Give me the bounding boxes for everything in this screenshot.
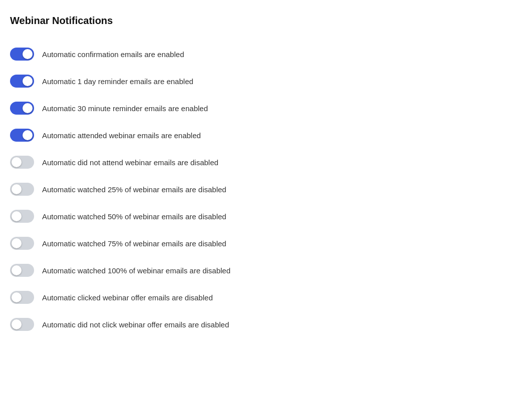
- toggle-confirmation[interactable]: [10, 48, 34, 61]
- notification-label-watched-100: Automatic watched 100% of webinar emails…: [42, 266, 230, 275]
- toggle-thumb-clicked-offer: [12, 292, 22, 302]
- notification-label-watched-50: Automatic watched 50% of webinar emails …: [42, 212, 226, 221]
- toggle-watched-50[interactable]: [10, 210, 34, 223]
- notification-item-did-not-click-offer: Automatic did not click webinar offer em…: [10, 311, 503, 338]
- notification-label-confirmation: Automatic confirmation emails are enable…: [42, 50, 184, 59]
- toggle-watched-75[interactable]: [10, 237, 34, 250]
- notification-item-watched-25: Automatic watched 25% of webinar emails …: [10, 176, 503, 203]
- toggle-attended[interactable]: [10, 129, 34, 142]
- toggle-thumb-attended: [23, 130, 33, 140]
- notification-label-clicked-offer: Automatic clicked webinar offer emails a…: [42, 293, 213, 302]
- notification-label-did-not-click-offer: Automatic did not click webinar offer em…: [42, 320, 229, 329]
- toggle-thumb-confirmation: [23, 49, 33, 59]
- toggle-1day-reminder[interactable]: [10, 75, 34, 88]
- toggle-clicked-offer[interactable]: [10, 291, 34, 304]
- toggle-thumb-watched-50: [12, 211, 22, 221]
- notification-item-clicked-offer: Automatic clicked webinar offer emails a…: [10, 284, 503, 311]
- toggle-thumb-watched-100: [12, 265, 22, 275]
- toggle-thumb-did-not-click-offer: [12, 319, 22, 329]
- notification-item-attended: Automatic attended webinar emails are en…: [10, 122, 503, 149]
- toggle-watched-25[interactable]: [10, 183, 34, 196]
- toggle-30min-reminder[interactable]: [10, 102, 34, 115]
- notification-item-30min-reminder: Automatic 30 minute reminder emails are …: [10, 95, 503, 122]
- notification-label-watched-75: Automatic watched 75% of webinar emails …: [42, 239, 226, 248]
- notification-item-watched-100: Automatic watched 100% of webinar emails…: [10, 257, 503, 284]
- notification-item-did-not-attend: Automatic did not attend webinar emails …: [10, 149, 503, 176]
- notification-item-watched-50: Automatic watched 50% of webinar emails …: [10, 203, 503, 230]
- page-title: Webinar Notifications: [10, 15, 503, 27]
- toggle-did-not-click-offer[interactable]: [10, 318, 34, 331]
- notification-label-30min-reminder: Automatic 30 minute reminder emails are …: [42, 104, 208, 113]
- notification-item-1day-reminder: Automatic 1 day reminder emails are enab…: [10, 68, 503, 95]
- toggle-thumb-watched-75: [12, 238, 22, 248]
- toggle-did-not-attend[interactable]: [10, 156, 34, 169]
- notification-item-watched-75: Automatic watched 75% of webinar emails …: [10, 230, 503, 257]
- notification-label-1day-reminder: Automatic 1 day reminder emails are enab…: [42, 77, 193, 86]
- notification-label-watched-25: Automatic watched 25% of webinar emails …: [42, 185, 226, 194]
- notification-list: Automatic confirmation emails are enable…: [10, 41, 503, 338]
- notification-label-did-not-attend: Automatic did not attend webinar emails …: [42, 158, 218, 167]
- toggle-thumb-watched-25: [12, 184, 22, 194]
- toggle-thumb-did-not-attend: [12, 157, 22, 167]
- toggle-thumb-30min-reminder: [23, 103, 33, 113]
- toggle-thumb-1day-reminder: [23, 76, 33, 86]
- notification-label-attended: Automatic attended webinar emails are en…: [42, 131, 201, 140]
- toggle-watched-100[interactable]: [10, 264, 34, 277]
- notification-item-confirmation: Automatic confirmation emails are enable…: [10, 41, 503, 68]
